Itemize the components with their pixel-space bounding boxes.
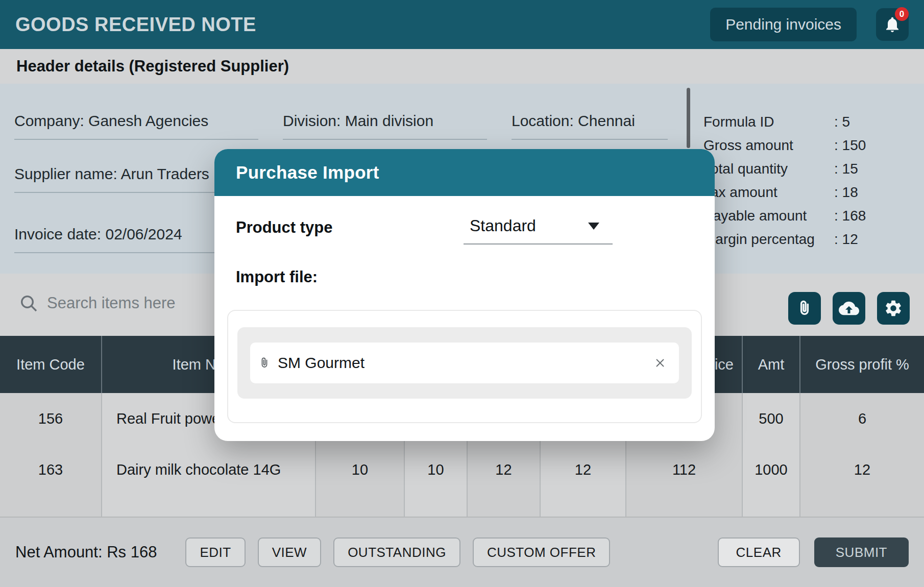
pending-invoices-button[interactable]: Pending invoices	[710, 8, 857, 41]
summary-label: Margin percentag	[703, 228, 834, 251]
table-row-cell[interactable]: 6	[800, 393, 924, 444]
cloud-upload-icon	[839, 298, 859, 319]
table-row-cell[interactable]: 163	[0, 444, 102, 495]
table-row-cell[interactable]: 500	[743, 393, 800, 444]
table-row-cell[interactable]: 112	[626, 444, 743, 495]
table-filler-cell	[743, 495, 800, 517]
page-title: GOODS RECEIVED NOTE	[15, 14, 256, 36]
attached-file-chip[interactable]: SM Gourmet	[250, 343, 679, 383]
notifications-button[interactable]: 0	[876, 8, 909, 41]
summary-value: : 15	[834, 157, 911, 181]
table-row-cell[interactable]: 12	[468, 444, 541, 495]
table-filler-cell	[626, 495, 743, 517]
table-row-cell[interactable]: 1000	[743, 444, 800, 495]
table-row-cell[interactable]: 10	[405, 444, 468, 495]
file-dropzone[interactable]: SM Gourmet	[227, 310, 702, 423]
remove-file-button[interactable]	[653, 356, 667, 370]
outstanding-button[interactable]: OUTSTANDING	[333, 537, 460, 567]
net-amount-label: Net Amount: Rs 168	[15, 543, 157, 561]
division-field[interactable]: Division: Main division	[283, 112, 487, 140]
purchase-import-modal: Purchase Import Product type Standard Im…	[214, 149, 715, 441]
settings-button[interactable]	[877, 292, 910, 325]
product-type-value: Standard	[470, 216, 536, 235]
custom-offer-button[interactable]: CUSTOM OFFER	[473, 537, 611, 567]
search-icon	[18, 293, 39, 313]
panel-divider	[687, 88, 690, 148]
table-filler-cell	[405, 495, 468, 517]
footer-bar: Net Amount: Rs 168 EDIT VIEW OUTSTANDING…	[0, 517, 924, 587]
file-name: SM Gourmet	[278, 354, 653, 372]
upload-button[interactable]	[833, 292, 865, 325]
column-header: Item Code	[0, 336, 102, 393]
view-button[interactable]: VIEW	[258, 537, 321, 567]
summary-value: : 150	[834, 134, 911, 157]
modal-header: Purchase Import	[214, 149, 715, 196]
summary-value: : 168	[834, 204, 911, 228]
company-field[interactable]: Company: Ganesh Agencies	[14, 112, 258, 140]
chevron-down-icon	[588, 223, 599, 230]
import-file-label: Import file:	[236, 268, 693, 286]
table-row-cell[interactable]: 12	[800, 444, 924, 495]
location-field[interactable]: Location: Chennai	[512, 112, 668, 140]
table-row-cell[interactable]: 12	[541, 444, 626, 495]
summary-label: Payable amount	[703, 204, 834, 228]
table-filler-cell	[541, 495, 626, 517]
table-filler-cell	[102, 495, 316, 517]
table-filler-cell	[0, 495, 102, 517]
table-row-cell[interactable]: 10	[316, 444, 405, 495]
column-header: Amt	[743, 336, 800, 393]
section-title: Header details (Registered Supplier)	[16, 49, 289, 84]
edit-button[interactable]: EDIT	[185, 537, 245, 567]
paperclip-icon	[796, 300, 813, 317]
summary-value: : 12	[834, 228, 911, 251]
gear-icon	[884, 299, 903, 318]
summary-value: : 18	[834, 181, 911, 204]
summary-label: Formula ID	[703, 110, 834, 134]
product-type-label: Product type	[236, 216, 392, 237]
table-row-cell[interactable]: 156	[0, 393, 102, 444]
column-header: Gross profit %	[800, 336, 924, 393]
summary-label: Gross amount	[703, 134, 834, 157]
file-dropzone-inner: SM Gourmet	[237, 327, 692, 399]
summary-label: Total quantity	[703, 157, 834, 181]
top-bar: GOODS RECEIVED NOTE Pending invoices 0	[0, 0, 924, 49]
modal-title: Purchase Import	[236, 162, 379, 183]
summary-label: Tax amount	[703, 181, 834, 204]
clear-button[interactable]: CLEAR	[718, 537, 800, 567]
summary-value: : 5	[834, 110, 911, 134]
submit-button[interactable]: SUBMIT	[814, 537, 909, 567]
close-icon	[653, 356, 667, 370]
table-filler-cell	[800, 495, 924, 517]
table-row-cell[interactable]: Dairy milk chocolate 14G	[102, 444, 316, 495]
totals-summary: Formula ID: 5 Gross amount: 150 Total qu…	[694, 84, 924, 274]
table-filler-cell	[316, 495, 405, 517]
paperclip-icon	[258, 355, 271, 371]
table-filler-cell	[468, 495, 541, 517]
attach-file-button[interactable]	[788, 292, 821, 325]
notification-badge: 0	[895, 7, 909, 21]
product-type-select[interactable]: Standard	[464, 216, 613, 244]
